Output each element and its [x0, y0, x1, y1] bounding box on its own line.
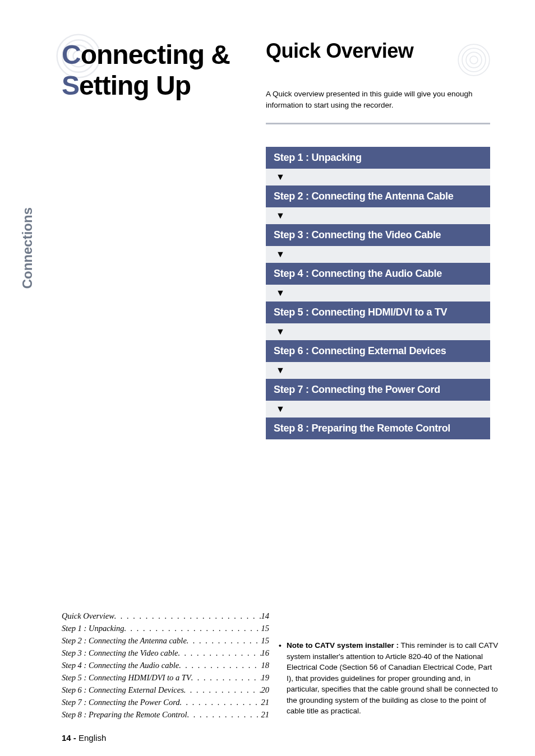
- toc-page: 21: [261, 710, 270, 720]
- step-bar: Step 7 : Connecting the Power Cord: [266, 379, 490, 401]
- toc-page: 21: [261, 698, 270, 707]
- toc-dots: [187, 636, 261, 646]
- toc-row: Step 6 : Connecting External Devices20: [62, 685, 269, 695]
- toc-dots: [184, 685, 261, 695]
- footer-lang: English: [76, 733, 106, 743]
- toc-label: Step 5 : Connecting HDMI/DVI to a TV: [62, 673, 191, 683]
- arrow-down-icon: ▼: [266, 246, 490, 263]
- title-accent-1: C: [62, 40, 81, 69]
- toc-row: Step 3 : Connecting the Video cable16: [62, 648, 269, 658]
- title-accent-2: S: [62, 71, 79, 100]
- overview-description: A Quick overview presented in this guide…: [266, 89, 490, 110]
- toc-label: Step 8 : Preparing the Remote Control: [62, 710, 187, 720]
- horizontal-rule: [266, 123, 490, 124]
- column-right: Quick Overview A Quick overview presente…: [266, 39, 490, 439]
- step-bar: Step 6 : Connecting External Devices: [266, 340, 490, 362]
- toc-page: 14: [261, 611, 270, 621]
- arrow-down-icon: ▼: [266, 207, 490, 224]
- step-bar: Step 1 : Unpacking: [266, 147, 490, 169]
- toc-dots: [180, 698, 261, 707]
- toc-row: Step 7 : Connecting the Power Cord21: [62, 698, 269, 707]
- title-rest-1: onnecting &: [81, 40, 230, 69]
- toc-page: 15: [261, 636, 270, 646]
- toc-dots: [178, 648, 261, 658]
- step-bar: Step 5 : Connecting HDMI/DVI to a TV: [266, 302, 490, 323]
- overview-title: Quick Overview: [266, 39, 490, 63]
- title-rest-2: etting Up: [79, 71, 191, 100]
- toc-dots: [179, 661, 261, 670]
- note-lead: Note to CATV system installer :: [287, 641, 399, 650]
- overview-title-wrap: Quick Overview: [266, 39, 490, 73]
- sidebar-label: Connections: [20, 207, 35, 289]
- toc-dots: [191, 673, 261, 683]
- arrow-down-icon: ▼: [266, 362, 490, 379]
- bullet-icon: •: [279, 640, 282, 651]
- toc-label: Step 7 : Connecting the Power Cord: [62, 698, 180, 707]
- toc-label: Quick Overview: [62, 611, 114, 621]
- toc-row: Quick Overview14: [62, 611, 269, 621]
- table-of-contents: Quick Overview14 Step 1 : Unpacking15 St…: [62, 611, 269, 722]
- toc-dots: [124, 624, 261, 633]
- toc-page: 18: [261, 661, 270, 670]
- arrow-down-icon: ▼: [266, 323, 490, 340]
- toc-row: Step 2 : Connecting the Antenna cable15: [62, 636, 269, 646]
- toc-label: Step 3 : Connecting the Video cable: [62, 648, 178, 658]
- toc-row: Step 5 : Connecting HDMI/DVI to a TV19: [62, 673, 269, 683]
- sidebar-label-wrap: Connections: [20, 129, 42, 219]
- toc-page: 15: [261, 624, 270, 633]
- toc-dots: [114, 611, 261, 621]
- toc-label: Step 2 : Connecting the Antenna cable: [62, 636, 187, 646]
- toc-label: Step 1 : Unpacking: [62, 624, 124, 633]
- arrow-down-icon: ▼: [266, 169, 490, 185]
- toc-page: 16: [261, 648, 270, 658]
- step-bar: Step 4 : Connecting the Audio Cable: [266, 263, 490, 285]
- step-bar: Step 2 : Connecting the Antenna Cable: [266, 185, 490, 207]
- toc-page: 20: [261, 685, 270, 695]
- main-title: Connecting & Setting Up: [62, 39, 255, 101]
- arrow-down-icon: ▼: [266, 401, 490, 418]
- toc-row: Step 8 : Preparing the Remote Control21: [62, 710, 269, 720]
- step-bar: Step 3 : Connecting the Video Cable: [266, 224, 490, 246]
- toc-dots: [187, 710, 261, 720]
- toc-label: Step 6 : Connecting External Devices: [62, 685, 184, 695]
- page-number: 14 -: [62, 733, 76, 743]
- step-bar: Step 8 : Preparing the Remote Control: [266, 418, 490, 439]
- column-left: Connecting & Setting Up: [62, 39, 255, 439]
- steps-list: Step 1 : Unpacking ▼ Step 2 : Connecting…: [266, 147, 490, 439]
- toc-label: Step 4 : Connecting the Audio cable: [62, 661, 179, 670]
- page: Connections Connecting & Setting Up Quic…: [0, 0, 535, 756]
- note-body: This reminder is to call CATV system ins…: [287, 641, 498, 715]
- toc-page: 19: [261, 673, 270, 683]
- toc-row: Step 1 : Unpacking15: [62, 624, 269, 633]
- page-footer: 14 - English: [62, 733, 106, 743]
- toc-row: Step 4 : Connecting the Audio cable18: [62, 661, 269, 670]
- note-block: • Note to CATV system installer : This r…: [279, 640, 499, 717]
- columns: Connecting & Setting Up Quick Overview A…: [62, 39, 490, 439]
- arrow-down-icon: ▼: [266, 285, 490, 302]
